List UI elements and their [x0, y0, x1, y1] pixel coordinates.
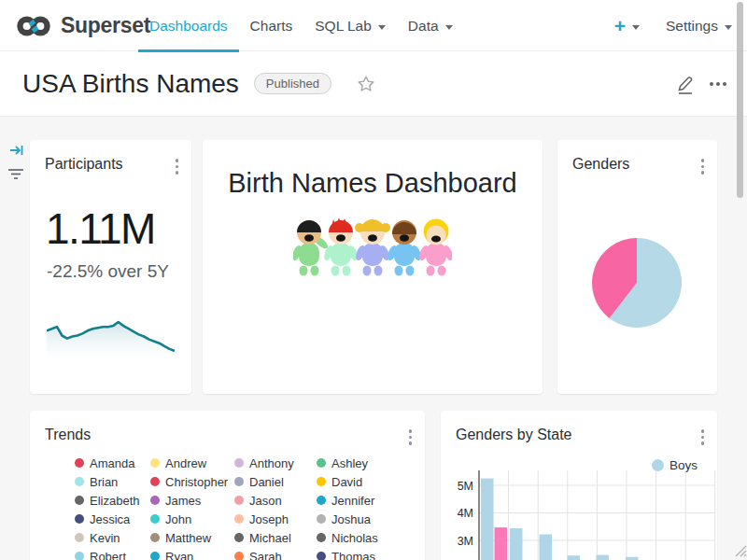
genders-by-state-card: Genders by State Boys 5M4M3M	[441, 411, 717, 560]
top-nav: Superset Dashboards Charts SQL Lab Data …	[0, 0, 747, 51]
legend-label: David	[331, 475, 362, 489]
legend-item[interactable]: Ashley	[317, 454, 397, 472]
legend-label: Brian	[90, 475, 118, 489]
favorite-star-icon[interactable]	[356, 74, 376, 94]
svg-text:4M: 4M	[458, 507, 473, 520]
legend-dot	[150, 533, 160, 542]
legend-label: Andrew	[165, 456, 206, 470]
legend-item[interactable]: Jennifer	[317, 491, 397, 510]
dashboard-grid: Participants 1.11M -22.5% over 5Y Birth …	[0, 117, 747, 560]
legend-label: Amanda	[90, 456, 134, 470]
legend-item[interactable]: Joshua	[317, 510, 397, 528]
legend-dot	[234, 458, 244, 468]
page-title: USA Births Names	[22, 69, 239, 99]
legend-label: Daniel	[249, 475, 284, 489]
legend-dot	[317, 477, 326, 486]
legend-dot	[234, 552, 244, 560]
participants-card: Participants 1.11M -22.5% over 5Y	[30, 140, 191, 394]
big-number-delta: -22.5% over 5Y	[47, 261, 169, 282]
trends-legend: AmandaAndrewAnthonyAshleyBrianChristophe…	[75, 454, 397, 560]
legend-item[interactable]: Daniel	[234, 472, 317, 491]
babies-illustration	[293, 218, 452, 276]
genders-by-state-bar-chart[interactable]: 5M4M3M	[441, 467, 717, 560]
legend-label: Anthony	[249, 456, 294, 470]
published-badge[interactable]: Published	[254, 73, 331, 94]
legend-item[interactable]: James	[150, 491, 234, 510]
legend-item[interactable]: David	[317, 472, 397, 491]
more-horizontal-icon[interactable]	[708, 77, 728, 91]
legend-dot	[317, 514, 326, 524]
legend-label: Christopher	[165, 475, 228, 489]
card-title: Trends	[45, 424, 91, 443]
big-number-value: 1.11M	[46, 203, 155, 254]
legend-dot	[75, 533, 84, 542]
card-title: Participants	[45, 153, 123, 173]
legend-dot	[317, 533, 326, 542]
legend-label: Joseph	[249, 512, 289, 526]
svg-text:5M: 5M	[458, 480, 473, 493]
legend-dot	[234, 477, 244, 486]
legend-item[interactable]: John	[150, 510, 234, 528]
legend-dot	[150, 477, 160, 486]
settings-menu[interactable]: Settings	[666, 18, 732, 35]
nav-item-sql-lab[interactable]: SQL Lab	[303, 0, 397, 51]
legend-label: John	[165, 512, 191, 526]
legend-item[interactable]: Brian	[75, 472, 150, 491]
legend-dot	[75, 477, 84, 486]
legend-dot	[75, 514, 84, 524]
legend-label: Matthew	[165, 531, 211, 545]
kebab-menu-icon[interactable]	[170, 153, 185, 180]
legend-item[interactable]: Anthony	[234, 454, 317, 472]
new-button[interactable]: +	[614, 15, 640, 37]
genders-card: Genders	[557, 140, 717, 394]
svg-text:3M: 3M	[458, 535, 473, 548]
dashboard-header: USA Births Names Published	[0, 51, 747, 117]
legend-label: Joshua	[331, 512, 371, 526]
filter-icon[interactable]	[7, 168, 24, 185]
nav-item-data[interactable]: Data	[397, 0, 464, 51]
legend-item[interactable]: Andrew	[150, 454, 234, 472]
expand-filter-bar-icon[interactable]	[9, 143, 24, 161]
nav-item-charts[interactable]: Charts	[239, 0, 304, 51]
legend-dot	[150, 458, 160, 468]
superset-logo[interactable]: Superset	[15, 0, 150, 51]
legend-item[interactable]: Jessica	[75, 510, 150, 528]
superset-infinity-icon	[15, 15, 52, 37]
legend-dot	[234, 533, 244, 542]
legend-label: Ryan	[165, 550, 193, 560]
legend-label: Jason	[249, 494, 282, 508]
kebab-menu-icon[interactable]	[696, 424, 711, 451]
plus-icon: +	[614, 15, 626, 37]
legend-dot	[234, 496, 244, 505]
vertical-scrollbar[interactable]	[737, 2, 743, 198]
legend-label: Jessica	[90, 512, 130, 526]
legend-item[interactable]: Matthew	[150, 528, 234, 547]
resize-handle[interactable]	[732, 542, 747, 560]
legend-item[interactable]: Kevin	[75, 528, 150, 547]
legend-label: Kevin	[90, 531, 120, 545]
nav-item-dashboards[interactable]: Dashboards	[138, 0, 239, 51]
kebab-menu-icon[interactable]	[403, 424, 418, 451]
chevron-down-icon	[725, 25, 732, 30]
legend-item[interactable]: Thomas	[317, 547, 397, 560]
legend-dot	[75, 552, 84, 560]
legend-item[interactable]: Robert	[75, 547, 150, 560]
legend-item[interactable]: Sarah	[234, 547, 317, 560]
participants-sparkline-chart	[47, 319, 175, 364]
legend-item[interactable]: Nicholas	[317, 528, 397, 547]
legend-item[interactable]: Christopher	[150, 472, 234, 491]
main-menu: Dashboards Charts SQL Lab Data	[138, 0, 464, 51]
legend-item[interactable]: Joseph	[234, 510, 317, 528]
kebab-menu-icon[interactable]	[696, 153, 711, 180]
legend-item[interactable]: Jason	[234, 491, 317, 510]
edit-pencil-icon[interactable]	[676, 73, 695, 96]
chevron-down-icon	[632, 25, 640, 30]
legend-dot	[75, 458, 84, 468]
legend-item[interactable]: Elizabeth	[75, 491, 150, 510]
legend-item[interactable]: Michael	[234, 528, 317, 547]
legend-item[interactable]: Amanda	[75, 454, 150, 472]
genders-pie-chart[interactable]	[591, 237, 683, 329]
chevron-down-icon	[378, 25, 386, 30]
legend-item[interactable]: Ryan	[150, 547, 234, 560]
legend-dot	[150, 496, 160, 505]
